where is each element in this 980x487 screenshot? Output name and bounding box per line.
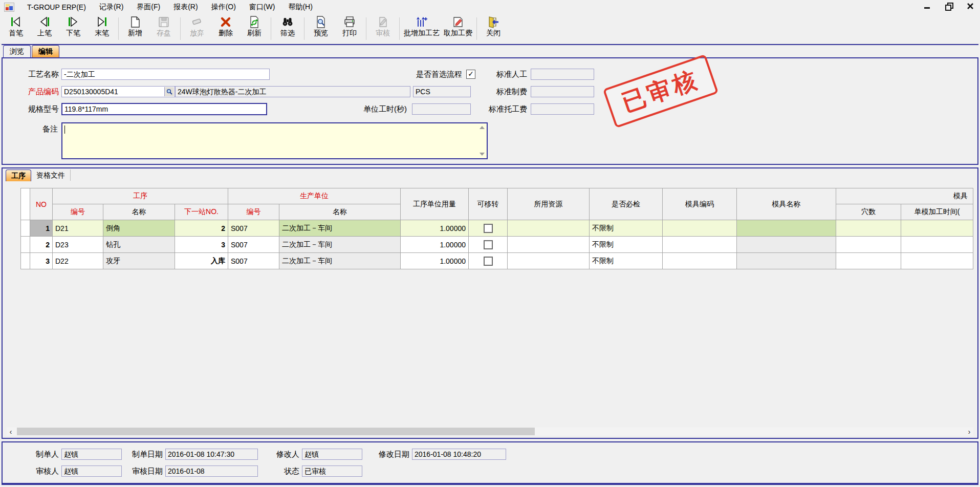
menu-interface[interactable]: 界面(F): [130, 1, 167, 14]
cell-next_no[interactable]: 入库: [175, 253, 228, 269]
header-group-process[interactable]: 工序: [53, 188, 228, 204]
tab-edit[interactable]: 编辑: [32, 45, 59, 57]
cell-cavity[interactable]: [836, 220, 901, 237]
cell-must_inspect[interactable]: 不限制: [590, 253, 663, 269]
cell-mold_code[interactable]: [663, 220, 737, 237]
cell-cavity[interactable]: [836, 237, 901, 253]
remark-textarea[interactable]: [61, 122, 488, 159]
cell-transferable[interactable]: [469, 237, 508, 253]
menu-window[interactable]: 窗口(W): [243, 1, 282, 14]
cell-unit_name[interactable]: 二次加工－车间: [279, 237, 401, 253]
cell-usage[interactable]: 1.00000: [401, 237, 469, 253]
tab-qualification-docs[interactable]: 资格文件: [31, 170, 71, 181]
scrollbar-thumb[interactable]: [17, 428, 535, 435]
header-unit-name[interactable]: 名称: [279, 204, 401, 220]
cell-mold_name[interactable]: [737, 220, 836, 237]
header-resource[interactable]: 所用资源: [508, 188, 590, 220]
cell-resource[interactable]: [508, 220, 590, 237]
get-processing-fee-button[interactable]: 取加工费: [442, 15, 474, 43]
header-no[interactable]: NO: [30, 188, 53, 220]
transferable-checkbox[interactable]: [484, 257, 493, 266]
cell-must_inspect[interactable]: 不限制: [590, 220, 663, 237]
header-next-no[interactable]: 下一站NO.: [175, 204, 228, 220]
close-button[interactable]: 关闭: [479, 15, 508, 43]
scroll-up-icon[interactable]: [480, 126, 485, 129]
cell-mold_name[interactable]: [737, 253, 836, 269]
header-process-code[interactable]: 编号: [53, 204, 103, 220]
header-mold-name[interactable]: 模具名称: [737, 188, 836, 220]
toolbar-separator: [118, 17, 119, 40]
batch-add-process-button[interactable]: 批增加工艺: [402, 15, 442, 43]
product-lookup-button[interactable]: [164, 87, 174, 96]
header-mold-time[interactable]: 单模加工时间(: [901, 204, 973, 220]
menu-tgroup-erp[interactable]: T-GROUP ERP(E): [20, 1, 93, 13]
transferable-checkbox[interactable]: [484, 240, 493, 249]
header-transferable[interactable]: 可移转: [469, 188, 508, 220]
scroll-right-icon[interactable]: ›: [965, 427, 973, 436]
cell-unit_code[interactable]: S007: [228, 253, 279, 269]
next-record-button[interactable]: 下笔: [59, 15, 88, 43]
header-group-mold[interactable]: 模具: [836, 188, 973, 204]
new-record-button[interactable]: 新增: [121, 15, 149, 43]
cell-name[interactable]: 攻牙: [103, 253, 175, 269]
menu-operation[interactable]: 操作(O): [205, 1, 243, 14]
cell-no[interactable]: 2: [30, 237, 53, 253]
cell-unit_code[interactable]: S007: [228, 237, 279, 253]
cell-mold_time[interactable]: [901, 220, 973, 237]
cell-code[interactable]: D22: [53, 253, 103, 269]
product-code-input[interactable]: D250130005D41: [61, 86, 175, 97]
cell-code[interactable]: D23: [53, 237, 103, 253]
print-button[interactable]: 打印: [335, 15, 364, 43]
cell-usage[interactable]: 1.00000: [401, 220, 469, 237]
cell-mold_code[interactable]: [663, 253, 737, 269]
process-name-input[interactable]: -二次加工: [61, 69, 270, 80]
cell-no[interactable]: 3: [30, 253, 53, 269]
cell-no[interactable]: 1: [30, 220, 53, 237]
cell-mold_time[interactable]: [901, 253, 973, 269]
cell-next_no[interactable]: 3: [175, 237, 228, 253]
cell-mold_time[interactable]: [901, 237, 973, 253]
preview-button[interactable]: 预览: [307, 15, 335, 43]
menu-help[interactable]: 帮助(H): [281, 1, 319, 14]
header-group-unit[interactable]: 生产单位: [228, 188, 401, 204]
menu-record[interactable]: 记录(R): [93, 1, 130, 14]
scroll-left-icon[interactable]: ‹: [7, 427, 15, 436]
cell-transferable[interactable]: [469, 220, 508, 237]
cell-unit_name[interactable]: 二次加工－车间: [279, 253, 401, 269]
tab-browse[interactable]: 浏览: [3, 45, 31, 57]
cell-unit_code[interactable]: S007: [228, 220, 279, 237]
last-record-button[interactable]: 末笔: [88, 15, 116, 43]
cell-transferable[interactable]: [469, 253, 508, 269]
tab-process-steps[interactable]: 工序: [6, 170, 31, 181]
spec-model-input[interactable]: 119.8*117mm: [61, 103, 267, 115]
restore-icon[interactable]: [945, 3, 952, 10]
cell-name[interactable]: 钻孔: [103, 237, 175, 253]
cell-resource[interactable]: [508, 237, 590, 253]
header-cavity[interactable]: 穴数: [836, 204, 901, 220]
delete-button[interactable]: 删除: [211, 15, 240, 43]
filter-button[interactable]: 筛选: [273, 15, 302, 43]
minimize-icon[interactable]: [924, 3, 931, 10]
refresh-button[interactable]: 刷新: [240, 15, 269, 43]
cell-mold_name[interactable]: [737, 237, 836, 253]
cell-must_inspect[interactable]: 不限制: [590, 237, 663, 253]
header-unit-code[interactable]: 编号: [228, 204, 279, 220]
prev-record-button[interactable]: 上笔: [30, 15, 59, 43]
scroll-down-icon[interactable]: [480, 153, 485, 156]
header-process-name[interactable]: 名称: [103, 204, 175, 220]
cell-name[interactable]: 倒角: [103, 220, 175, 237]
cell-resource[interactable]: [508, 253, 590, 269]
cell-usage[interactable]: 1.00000: [401, 253, 469, 269]
header-mold-code[interactable]: 模具编码: [663, 188, 737, 220]
cell-mold_code[interactable]: [663, 237, 737, 253]
header-usage[interactable]: 工序单位用量: [401, 188, 469, 220]
close-window-icon[interactable]: [967, 3, 974, 10]
transferable-checkbox[interactable]: [484, 224, 493, 233]
cell-code[interactable]: D21: [53, 220, 103, 237]
first-record-button[interactable]: 首笔: [2, 15, 30, 43]
menu-report[interactable]: 报表(R): [167, 1, 204, 14]
cell-cavity[interactable]: [836, 253, 901, 269]
cell-unit_name[interactable]: 二次加工－车间: [279, 220, 401, 237]
cell-next_no[interactable]: 2: [175, 220, 228, 237]
header-must-inspect[interactable]: 是否必检: [590, 188, 663, 220]
